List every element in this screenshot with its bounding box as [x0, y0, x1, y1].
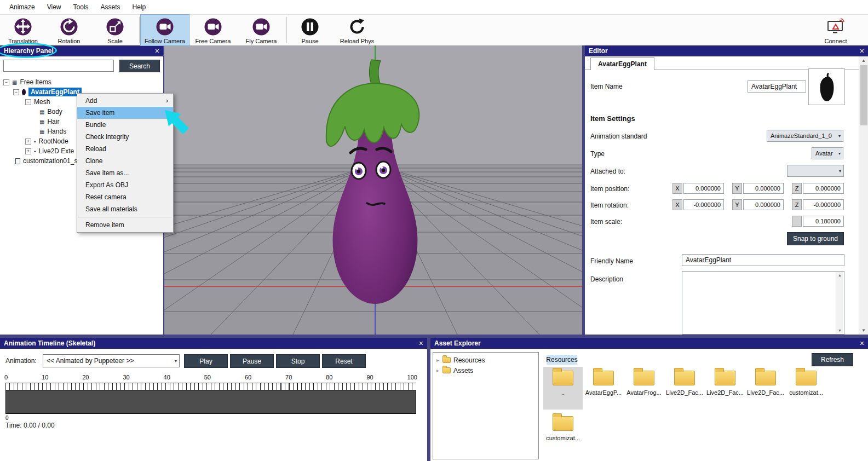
translation-tool[interactable]: Translation	[0, 15, 46, 45]
folder-item-live2d-1[interactable]: Live2D_Fac...	[665, 367, 704, 410]
scale-tool[interactable]: Scale	[92, 15, 138, 45]
context-menu-item-reset-camera[interactable]: Reset camera	[77, 191, 173, 203]
context-menu-item-save-item[interactable]: Save item	[77, 107, 173, 119]
scrollbar-thumb[interactable]	[860, 65, 867, 125]
scroll-up-icon[interactable]: ▲	[838, 273, 842, 277]
item-name-field[interactable]: AvatarEggPlant	[748, 80, 806, 93]
asset-tree-item-resources[interactable]: ▸ Resources	[433, 355, 538, 365]
dropdown-value: << Animated by Puppeteer >>	[47, 357, 134, 365]
follow-camera-icon	[155, 16, 175, 37]
stop-button[interactable]: Stop	[276, 354, 320, 368]
timeline-tick-ruler[interactable]	[5, 383, 416, 390]
folder-item-live2d-2[interactable]: Live2D_Fac...	[705, 367, 745, 410]
folder-icon	[715, 371, 735, 385]
scale-field[interactable]: 0.180000	[803, 216, 844, 227]
close-icon[interactable]: ×	[419, 339, 423, 347]
folder-item-customization-2[interactable]: customizat...	[543, 412, 583, 455]
tree-item-free-items[interactable]: − ▦ Free Items	[2, 77, 162, 87]
position-x-field[interactable]: 0.000000	[683, 183, 724, 194]
context-menu-item-bundle[interactable]: Bundle	[77, 119, 173, 131]
resources-breadcrumb[interactable]: Resources	[547, 355, 577, 365]
collapse-icon[interactable]: −	[13, 89, 19, 95]
scroll-down-icon[interactable]: ▼	[838, 329, 842, 332]
rotation-x-field[interactable]: -0.000000	[683, 199, 724, 210]
position-z-field[interactable]: 0.000000	[803, 183, 844, 194]
attached-to-label: Attached to:	[590, 168, 625, 175]
expand-icon[interactable]: +	[25, 148, 31, 154]
pause-icon	[300, 16, 320, 37]
free-items-icon: ▦	[12, 79, 17, 85]
rotation-tool[interactable]: Rotation	[46, 15, 92, 45]
menu-view[interactable]: View	[41, 0, 67, 14]
animation-standard-dropdown[interactable]: AnimazeStandard_1_0 ▾	[767, 130, 843, 142]
timeline-time-readout: Time: 0.00 / 0.00	[5, 422, 55, 429]
animation-dropdown[interactable]: << Animated by Puppeteer >> ▾	[43, 354, 180, 367]
attached-to-dropdown[interactable]: ▾	[787, 165, 844, 177]
context-menu-label: Reset camera	[85, 193, 127, 201]
menu-tools[interactable]: Tools	[67, 0, 94, 14]
context-menu-item-export-as-obj[interactable]: Export As OBJ	[77, 179, 173, 191]
context-menu-item-save-item-as[interactable]: Save item as...	[77, 167, 173, 179]
ruler-label: 10	[42, 374, 48, 381]
folder-item-avatareggplant[interactable]: AvatarEggP...	[584, 367, 623, 410]
tab-avatar-eggplant[interactable]: AvatarEggPlant	[590, 57, 654, 70]
tool-label: Scale	[107, 38, 123, 44]
folder-item-customization-1[interactable]: customizat...	[786, 367, 826, 410]
context-menu-item-reload[interactable]: Reload	[77, 143, 173, 155]
context-menu-item-clone[interactable]: Clone	[77, 155, 173, 167]
scroll-up-icon[interactable]: ▲	[861, 58, 866, 63]
close-icon[interactable]: ×	[860, 339, 864, 347]
connect-tool[interactable]: Connect	[812, 15, 859, 45]
folder-icon	[442, 357, 451, 363]
friendly-name-field[interactable]: AvatarEggPlant	[682, 254, 844, 266]
play-button[interactable]: Play	[184, 354, 228, 368]
scroll-down-icon[interactable]: ▼	[861, 328, 866, 333]
collapse-icon[interactable]: −	[25, 99, 31, 105]
close-icon[interactable]: ×	[155, 47, 159, 55]
context-menu-item-remove-item[interactable]: Remove item	[77, 219, 173, 231]
search-input[interactable]	[3, 60, 114, 72]
ruler-label: 50	[204, 374, 211, 381]
asset-tree-item-assets[interactable]: ▸ Assets	[433, 365, 538, 376]
description-scrollbar[interactable]: ▲ ▼	[836, 272, 843, 333]
free-camera-tool[interactable]: Free Camera	[189, 15, 237, 45]
search-button[interactable]: Search	[119, 60, 160, 72]
asset-explorer-panel: Asset Explorer × ▸ Resources ▸ Assets Re…	[430, 338, 868, 461]
follow-camera-tool[interactable]: Follow Camera	[141, 15, 189, 45]
folder-item-live2d-3[interactable]: Live2D_Fac...	[746, 367, 785, 410]
expand-icon[interactable]: +	[25, 139, 31, 145]
snap-to-ground-button[interactable]: Snap to ground	[787, 232, 844, 245]
context-menu-item-save-all-materials[interactable]: Save all materials	[77, 203, 173, 215]
folder-label: Live2D_Fac...	[706, 389, 744, 396]
reload-phys-tool[interactable]: Reload Phys	[332, 15, 382, 45]
type-dropdown[interactable]: Avatar ▾	[812, 147, 843, 159]
menu-animaze[interactable]: Animaze	[3, 0, 41, 14]
reset-button[interactable]: Reset	[322, 354, 366, 368]
editor-scrollbar[interactable]: ▲ ▼	[859, 56, 868, 335]
chevron-right-icon[interactable]: ▸	[436, 367, 439, 373]
description-field[interactable]: ▲ ▼	[682, 271, 844, 335]
pause-button[interactable]: Pause	[230, 354, 274, 368]
context-menu-label: Bundle	[85, 121, 106, 129]
toolbar: Translation Rotation Scale Follow Camera…	[0, 15, 868, 45]
folder-item-avatarfrog[interactable]: AvatarFrog...	[624, 367, 664, 410]
folder-item-up[interactable]: ..	[543, 367, 583, 410]
item-thumbnail	[808, 68, 845, 105]
pause-tool[interactable]: Pause	[288, 15, 332, 45]
timeline-title: Animation Timeline (Skeletal)	[4, 339, 95, 347]
timeline-track[interactable]	[5, 390, 416, 414]
asset-tree-label: Assets	[453, 367, 473, 374]
close-icon[interactable]: ×	[860, 47, 864, 55]
collapse-icon[interactable]: −	[3, 79, 9, 85]
fly-camera-tool[interactable]: Fly Camera	[237, 15, 285, 45]
context-menu-item-check-integrity[interactable]: Check integrity	[77, 131, 173, 143]
menu-assets[interactable]: Assets	[95, 0, 127, 14]
refresh-button[interactable]: Refresh	[812, 353, 853, 366]
viewport-3d[interactable]	[164, 45, 582, 335]
rotation-y-field[interactable]: 0.000000	[743, 199, 784, 210]
context-menu-item-add[interactable]: Add ›	[77, 95, 173, 107]
menu-help[interactable]: Help	[127, 0, 152, 14]
chevron-right-icon[interactable]: ▸	[436, 357, 439, 363]
rotation-z-field[interactable]: -0.000000	[803, 199, 844, 210]
position-y-field[interactable]: 0.000000	[743, 183, 784, 194]
